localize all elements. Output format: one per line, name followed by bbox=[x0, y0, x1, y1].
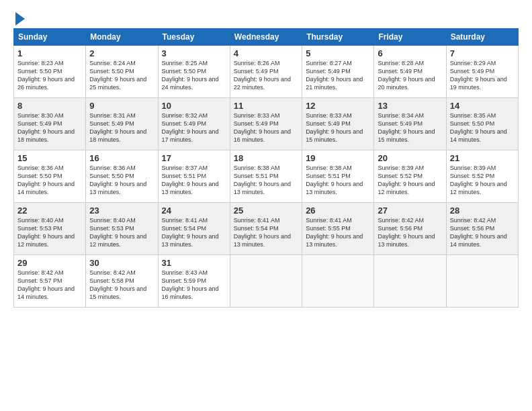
day-number: 14 bbox=[450, 101, 515, 111]
header-tuesday: Tuesday bbox=[158, 29, 230, 46]
table-row: 20Sunrise: 8:39 AMSunset: 5:52 PMDayligh… bbox=[374, 150, 446, 203]
day-number: 27 bbox=[378, 205, 442, 216]
day-number: 16 bbox=[89, 153, 154, 163]
day-number: 7 bbox=[450, 48, 515, 58]
day-number: 19 bbox=[306, 153, 370, 163]
cell-info: Sunrise: 8:24 AMSunset: 5:50 PMDaylight:… bbox=[89, 59, 154, 92]
cell-info: Sunrise: 8:35 AMSunset: 5:50 PMDaylight:… bbox=[450, 111, 515, 144]
header-sunday: Sunday bbox=[14, 29, 86, 46]
table-row: 8Sunrise: 8:30 AMSunset: 5:49 PMDaylight… bbox=[14, 98, 86, 150]
cell-info: Sunrise: 8:42 AMSunset: 5:56 PMDaylight:… bbox=[450, 216, 515, 249]
cell-info: Sunrise: 8:33 AMSunset: 5:49 PMDaylight:… bbox=[234, 111, 298, 144]
table-row: 24Sunrise: 8:41 AMSunset: 5:54 PMDayligh… bbox=[158, 203, 230, 255]
day-number: 5 bbox=[306, 48, 370, 58]
cell-info: Sunrise: 8:37 AMSunset: 5:51 PMDaylight:… bbox=[162, 164, 226, 197]
day-number: 29 bbox=[17, 258, 82, 268]
table-row: 13Sunrise: 8:34 AMSunset: 5:49 PMDayligh… bbox=[374, 98, 446, 150]
day-number: 3 bbox=[162, 48, 226, 58]
day-number: 15 bbox=[17, 153, 82, 163]
calendar-week-row: 22Sunrise: 8:40 AMSunset: 5:53 PMDayligh… bbox=[14, 203, 519, 255]
header-wednesday: Wednesday bbox=[230, 29, 302, 46]
day-number: 12 bbox=[306, 101, 370, 111]
cell-info: Sunrise: 8:41 AMSunset: 5:55 PMDaylight:… bbox=[306, 216, 370, 249]
calendar-week-row: 15Sunrise: 8:36 AMSunset: 5:50 PMDayligh… bbox=[14, 150, 519, 203]
cell-info: Sunrise: 8:41 AMSunset: 5:54 PMDaylight:… bbox=[162, 216, 226, 249]
cell-info: Sunrise: 8:41 AMSunset: 5:54 PMDaylight:… bbox=[234, 216, 298, 249]
cell-info: Sunrise: 8:23 AMSunset: 5:50 PMDaylight:… bbox=[17, 59, 82, 92]
cell-info: Sunrise: 8:43 AMSunset: 5:59 PMDaylight:… bbox=[162, 269, 226, 302]
table-row: 12Sunrise: 8:33 AMSunset: 5:49 PMDayligh… bbox=[302, 98, 374, 150]
table-row: 14Sunrise: 8:35 AMSunset: 5:50 PMDayligh… bbox=[446, 98, 518, 150]
table-row: 1Sunrise: 8:23 AMSunset: 5:50 PMDaylight… bbox=[14, 46, 86, 98]
day-number: 28 bbox=[450, 205, 515, 216]
cell-info: Sunrise: 8:32 AMSunset: 5:49 PMDaylight:… bbox=[162, 111, 226, 144]
table-row: 17Sunrise: 8:37 AMSunset: 5:51 PMDayligh… bbox=[158, 150, 230, 203]
cell-info: Sunrise: 8:36 AMSunset: 5:50 PMDaylight:… bbox=[89, 164, 154, 197]
table-row: 9Sunrise: 8:31 AMSunset: 5:49 PMDaylight… bbox=[86, 98, 158, 150]
calendar-header-row: Sunday Monday Tuesday Wednesday Thursday… bbox=[14, 29, 519, 46]
header-thursday: Thursday bbox=[302, 29, 374, 46]
cell-info: Sunrise: 8:39 AMSunset: 5:52 PMDaylight:… bbox=[378, 164, 442, 197]
table-row: 23Sunrise: 8:40 AMSunset: 5:53 PMDayligh… bbox=[86, 203, 158, 255]
table-row: 16Sunrise: 8:36 AMSunset: 5:50 PMDayligh… bbox=[86, 150, 158, 203]
table-row bbox=[302, 255, 374, 308]
cell-info: Sunrise: 8:26 AMSunset: 5:49 PMDaylight:… bbox=[234, 59, 298, 92]
table-row: 6Sunrise: 8:28 AMSunset: 5:49 PMDaylight… bbox=[374, 46, 446, 98]
table-row bbox=[230, 255, 302, 308]
header-saturday: Saturday bbox=[446, 29, 518, 46]
day-number: 18 bbox=[234, 153, 298, 163]
cell-info: Sunrise: 8:38 AMSunset: 5:51 PMDaylight:… bbox=[234, 164, 298, 197]
cell-info: Sunrise: 8:38 AMSunset: 5:51 PMDaylight:… bbox=[306, 164, 370, 197]
day-number: 30 bbox=[89, 258, 154, 268]
table-row: 2Sunrise: 8:24 AMSunset: 5:50 PMDaylight… bbox=[86, 46, 158, 98]
day-number: 21 bbox=[450, 153, 515, 163]
table-row bbox=[446, 255, 518, 308]
header-monday: Monday bbox=[86, 29, 158, 46]
table-row: 3Sunrise: 8:25 AMSunset: 5:50 PMDaylight… bbox=[158, 46, 230, 98]
day-number: 23 bbox=[89, 205, 154, 216]
day-number: 20 bbox=[378, 153, 442, 163]
cell-info: Sunrise: 8:29 AMSunset: 5:49 PMDaylight:… bbox=[450, 59, 515, 92]
table-row: 5Sunrise: 8:27 AMSunset: 5:49 PMDaylight… bbox=[302, 46, 374, 98]
day-number: 25 bbox=[234, 205, 298, 216]
day-number: 11 bbox=[234, 101, 298, 111]
header bbox=[13, 11, 519, 26]
day-number: 26 bbox=[306, 205, 370, 216]
table-row: 22Sunrise: 8:40 AMSunset: 5:53 PMDayligh… bbox=[14, 203, 86, 255]
day-number: 24 bbox=[162, 205, 226, 216]
cell-info: Sunrise: 8:34 AMSunset: 5:49 PMDaylight:… bbox=[378, 111, 442, 144]
cell-info: Sunrise: 8:27 AMSunset: 5:49 PMDaylight:… bbox=[306, 59, 370, 92]
day-number: 10 bbox=[162, 101, 226, 111]
day-number: 22 bbox=[17, 205, 82, 216]
logo bbox=[13, 11, 25, 26]
table-row: 10Sunrise: 8:32 AMSunset: 5:49 PMDayligh… bbox=[158, 98, 230, 150]
day-number: 6 bbox=[378, 48, 442, 58]
day-number: 9 bbox=[89, 101, 154, 111]
table-row: 29Sunrise: 8:42 AMSunset: 5:57 PMDayligh… bbox=[14, 255, 86, 308]
table-row: 11Sunrise: 8:33 AMSunset: 5:49 PMDayligh… bbox=[230, 98, 302, 150]
day-number: 31 bbox=[162, 258, 226, 268]
table-row: 28Sunrise: 8:42 AMSunset: 5:56 PMDayligh… bbox=[446, 203, 518, 255]
logo-arrow-icon bbox=[15, 12, 25, 26]
header-friday: Friday bbox=[374, 29, 446, 46]
day-number: 17 bbox=[162, 153, 226, 163]
page: Sunday Monday Tuesday Wednesday Thursday… bbox=[0, 0, 532, 411]
table-row: 26Sunrise: 8:41 AMSunset: 5:55 PMDayligh… bbox=[302, 203, 374, 255]
calendar-table: Sunday Monday Tuesday Wednesday Thursday… bbox=[13, 28, 519, 308]
cell-info: Sunrise: 8:39 AMSunset: 5:52 PMDaylight:… bbox=[450, 164, 515, 197]
cell-info: Sunrise: 8:31 AMSunset: 5:49 PMDaylight:… bbox=[89, 111, 154, 144]
cell-info: Sunrise: 8:42 AMSunset: 5:57 PMDaylight:… bbox=[17, 269, 82, 302]
cell-info: Sunrise: 8:42 AMSunset: 5:58 PMDaylight:… bbox=[89, 269, 154, 302]
calendar-week-row: 29Sunrise: 8:42 AMSunset: 5:57 PMDayligh… bbox=[14, 255, 519, 308]
day-number: 1 bbox=[17, 48, 82, 58]
calendar-week-row: 1Sunrise: 8:23 AMSunset: 5:50 PMDaylight… bbox=[14, 46, 519, 98]
cell-info: Sunrise: 8:28 AMSunset: 5:49 PMDaylight:… bbox=[378, 59, 442, 92]
day-number: 4 bbox=[234, 48, 298, 58]
cell-info: Sunrise: 8:36 AMSunset: 5:50 PMDaylight:… bbox=[17, 164, 82, 197]
table-row: 19Sunrise: 8:38 AMSunset: 5:51 PMDayligh… bbox=[302, 150, 374, 203]
cell-info: Sunrise: 8:40 AMSunset: 5:53 PMDaylight:… bbox=[89, 216, 154, 249]
table-row: 21Sunrise: 8:39 AMSunset: 5:52 PMDayligh… bbox=[446, 150, 518, 203]
day-number: 13 bbox=[378, 101, 442, 111]
day-number: 8 bbox=[17, 101, 82, 111]
table-row: 25Sunrise: 8:41 AMSunset: 5:54 PMDayligh… bbox=[230, 203, 302, 255]
